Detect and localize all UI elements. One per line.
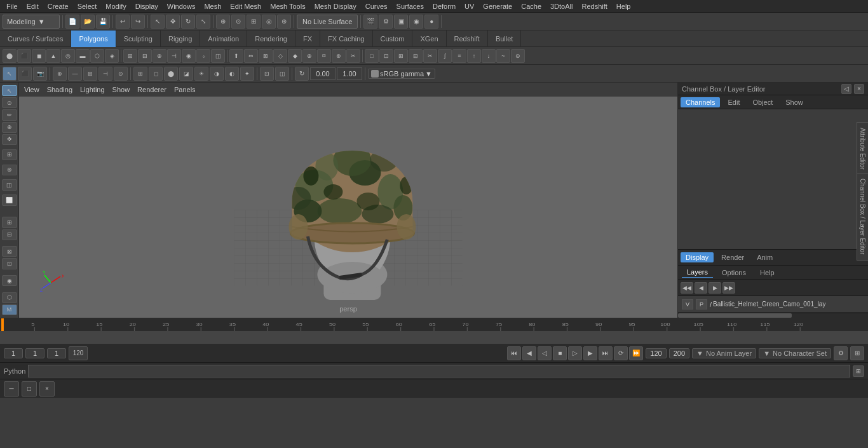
tab-fx-caching[interactable]: FX Caching bbox=[320, 31, 372, 47]
snap-face-btn[interactable]: ⊞ bbox=[83, 67, 97, 81]
menu-deform[interactable]: Deform bbox=[429, 1, 459, 11]
tab-bullet[interactable]: Bullet bbox=[488, 31, 522, 47]
playback-speed-btn[interactable]: ⏩ bbox=[629, 346, 643, 360]
custom-btn4[interactable]: ⊡ bbox=[2, 258, 17, 269]
frame-end2-field[interactable]: 120 bbox=[646, 348, 666, 358]
tab-custom[interactable]: Custom bbox=[373, 31, 413, 47]
viewport-menu-show[interactable]: Show bbox=[112, 86, 130, 93]
menu-display[interactable]: Display bbox=[132, 1, 162, 11]
menu-generate[interactable]: Generate bbox=[479, 1, 516, 11]
layer-prev-btn[interactable]: ◀◀ bbox=[681, 282, 693, 294]
workspace-dropdown[interactable]: Modeling ▼ bbox=[3, 15, 60, 29]
shelf-extrude[interactable]: ⬆ bbox=[229, 49, 243, 63]
tab-sculpting[interactable]: Sculpting bbox=[116, 31, 161, 47]
ao-btn[interactable]: ◐ bbox=[225, 67, 239, 81]
menu-create[interactable]: Create bbox=[44, 1, 72, 11]
timeline-ruler[interactable]: 5 10 15 20 25 30 35 40 45 50 5 bbox=[0, 318, 868, 331]
shelf-target-weld[interactable]: ⊛ bbox=[332, 49, 346, 63]
channel-tab-channels[interactable]: Channels bbox=[681, 97, 720, 107]
viewport-menu-renderer[interactable]: Renderer bbox=[137, 86, 166, 93]
shelf-unfold[interactable]: ⊞ bbox=[394, 49, 408, 63]
undo-button[interactable]: ↩ bbox=[116, 15, 130, 29]
select-mode-button[interactable]: ↖ bbox=[151, 15, 165, 29]
tab-rendering[interactable]: Rendering bbox=[247, 31, 295, 47]
shelf-reduce[interactable]: ◫ bbox=[211, 49, 225, 63]
menu-select[interactable]: Select bbox=[74, 1, 101, 11]
snap1-button[interactable]: ⊕ bbox=[216, 15, 230, 29]
skip-to-end-btn[interactable]: ⏭ bbox=[599, 346, 613, 360]
shelf-plane[interactable]: ▬ bbox=[76, 49, 90, 63]
shelf-crease[interactable]: ~ bbox=[496, 49, 510, 63]
play-back-btn[interactable]: ◁ bbox=[538, 346, 552, 360]
menu-uv[interactable]: UV bbox=[461, 1, 478, 11]
stop-btn[interactable]: ■ bbox=[553, 346, 567, 360]
shelf-uv1[interactable]: □ bbox=[365, 49, 379, 63]
menu-surfaces[interactable]: Surfaces bbox=[393, 1, 428, 11]
tab-curves-surfaces[interactable]: Curves / Surfaces bbox=[0, 31, 71, 47]
shelf-torus[interactable]: ◎ bbox=[61, 49, 75, 63]
render-icon2[interactable]: ◉ bbox=[409, 15, 423, 29]
new-file-button[interactable]: 📄 bbox=[65, 15, 79, 29]
shelf-bridge[interactable]: ⇔ bbox=[244, 49, 258, 63]
shaded-btn[interactable]: ⬤ bbox=[164, 67, 178, 81]
shelf-fill[interactable]: ⊠ bbox=[259, 49, 273, 63]
viewport[interactable]: View Shading Lighting Show Renderer Pane… bbox=[19, 83, 677, 318]
settings-btn[interactable]: ⚙ bbox=[834, 346, 848, 360]
step-fwd-btn[interactable]: ▶ bbox=[583, 346, 597, 360]
layer-next-btn[interactable]: ▶▶ bbox=[722, 282, 735, 294]
tab-xgen[interactable]: XGen bbox=[412, 31, 446, 47]
region-select-btn[interactable]: ⬜ bbox=[2, 194, 17, 205]
menu-edit[interactable]: Edit bbox=[23, 1, 43, 11]
frame-display-field[interactable]: 1 bbox=[47, 348, 66, 358]
translate-x-field[interactable] bbox=[310, 67, 336, 80]
menu-curves[interactable]: Curves bbox=[362, 1, 391, 11]
render-region-button[interactable]: ▣ bbox=[394, 15, 408, 29]
layer-scrollbar[interactable] bbox=[678, 313, 868, 318]
shelf-separate[interactable]: ⊟ bbox=[138, 49, 152, 63]
loop-btn[interactable]: ⟳ bbox=[614, 346, 628, 360]
move-button[interactable]: ✥ bbox=[166, 15, 180, 29]
layer-fwd-btn[interactable]: ▶ bbox=[709, 282, 721, 294]
shelf-norm2[interactable]: ↓ bbox=[482, 49, 496, 63]
snap4-button[interactable]: ◎ bbox=[262, 15, 276, 29]
shelf-multicut[interactable]: ✂ bbox=[346, 49, 360, 63]
menu-mesh-tools[interactable]: Mesh Tools bbox=[266, 1, 309, 11]
channel-tab-show[interactable]: Show bbox=[780, 97, 808, 107]
show-manip-btn[interactable]: ⊛ bbox=[2, 165, 17, 175]
paint-btn[interactable]: ✏ bbox=[2, 109, 17, 120]
window-restore-btn[interactable]: □ bbox=[22, 381, 37, 397]
wireframe-btn[interactable]: ◻ bbox=[149, 67, 163, 81]
viewport-menu-lighting[interactable]: Lighting bbox=[80, 86, 105, 93]
shelf-sym[interactable]: ⊝ bbox=[511, 49, 525, 63]
layer-playback-btn[interactable]: P bbox=[696, 299, 707, 309]
sym-btn[interactable]: ⊣ bbox=[98, 67, 112, 81]
sculpt-btn[interactable]: ⊕ bbox=[2, 122, 17, 133]
menu-mesh-display[interactable]: Mesh Display bbox=[311, 1, 360, 11]
shelf-cylinder[interactable]: ◼ bbox=[32, 49, 46, 63]
save-file-button[interactable]: 💾 bbox=[96, 15, 110, 29]
custom-btn6[interactable]: ⬡ bbox=[2, 292, 17, 303]
shelf-chamfer[interactable]: ◇ bbox=[273, 49, 287, 63]
window-minimize-btn[interactable]: ─ bbox=[4, 381, 19, 397]
menu-redshift[interactable]: Redshift bbox=[578, 1, 611, 11]
grid-btn[interactable]: ⊞ bbox=[133, 67, 147, 81]
shelf-cube[interactable]: ⬛ bbox=[17, 49, 31, 63]
viewport-menu-shading[interactable]: Shading bbox=[47, 86, 72, 93]
shelf-layout[interactable]: ⊟ bbox=[409, 49, 423, 63]
scale-button[interactable]: ⤡ bbox=[196, 15, 210, 29]
shelf-align[interactable]: ≡ bbox=[452, 49, 466, 63]
shelf-sew[interactable]: ∫ bbox=[438, 49, 452, 63]
shelf-loop[interactable]: ⊕ bbox=[302, 49, 316, 63]
shelf-platonic[interactable]: ◈ bbox=[105, 49, 119, 63]
custom-btn5[interactable]: ◉ bbox=[2, 275, 17, 286]
custom-btn3[interactable]: ⊠ bbox=[2, 246, 17, 257]
isolation-btn[interactable]: ⊡ bbox=[260, 67, 274, 81]
rotate-manip-btn[interactable]: ↻ bbox=[295, 67, 309, 81]
frame-start-field[interactable]: 1 bbox=[4, 348, 23, 358]
channel-tab-edit[interactable]: Edit bbox=[722, 97, 745, 107]
step-back-btn[interactable]: ◀ bbox=[522, 346, 536, 360]
channel-box-btn1[interactable]: ◁ bbox=[841, 84, 851, 94]
attribute-editor-tab[interactable]: Attribute Editor bbox=[857, 122, 868, 175]
redo-button[interactable]: ↪ bbox=[131, 15, 145, 29]
shelf-cut[interactable]: ✂ bbox=[423, 49, 437, 63]
